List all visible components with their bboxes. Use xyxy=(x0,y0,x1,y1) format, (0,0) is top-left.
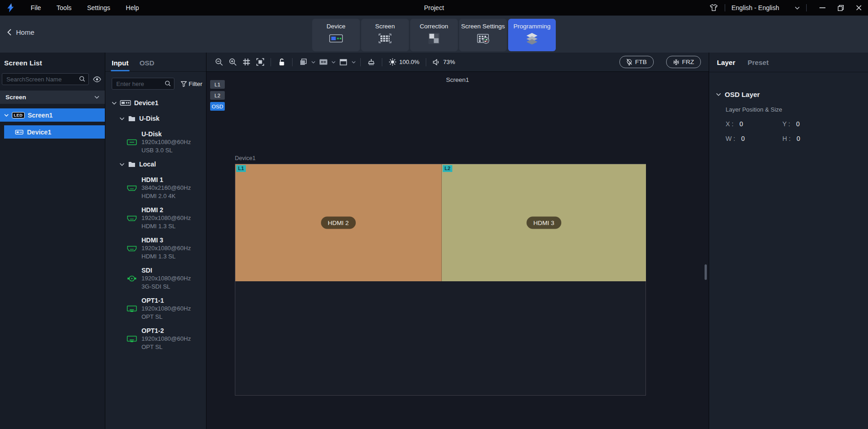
search-icon xyxy=(165,80,171,86)
stretch-mode-button[interactable] xyxy=(317,56,329,68)
layer-order-dropdown[interactable] xyxy=(310,56,316,68)
tree-group-local[interactable]: Local xyxy=(105,158,206,170)
application-window: File Tools Settings Help Project English… xyxy=(0,0,868,429)
minimize-button[interactable] xyxy=(813,0,831,16)
tab-correction[interactable]: Correction xyxy=(410,19,458,51)
canvas-column: 100.0% 73% FTB xyxy=(206,53,709,429)
canvas-vertical-scrollbar[interactable] xyxy=(705,264,707,280)
field-y: Y : 0 xyxy=(782,120,868,128)
zoom-in-button[interactable] xyxy=(227,56,239,68)
fit-view-button[interactable] xyxy=(254,56,266,68)
nav-bar: Home Device Screen xyxy=(0,16,868,53)
clear-layers-button[interactable] xyxy=(365,56,377,68)
layer-hdmi2[interactable]: L1 HDMI 2 xyxy=(235,164,442,281)
chevron-down-icon xyxy=(119,163,125,166)
field-h: H : 0 xyxy=(782,135,868,142)
field-y-value: 0 xyxy=(796,120,800,128)
frz-button[interactable]: FRZ xyxy=(666,56,701,68)
programming-canvas: Screen1 L1 L2 OSD Device1 L1 HDMI 2 L2 H… xyxy=(206,72,709,429)
title-bar: File Tools Settings Help Project English… xyxy=(0,0,868,16)
osd-layer-section-header[interactable]: OSD Layer xyxy=(716,91,868,98)
back-home-button[interactable]: Home xyxy=(7,28,34,36)
tab-screen-settings[interactable]: Screen Settings xyxy=(459,19,507,51)
led-badge: LED xyxy=(12,112,25,118)
source-item-sdi[interactable]: SDI 1920x1080@60Hz 3G-SDI SL xyxy=(105,266,206,291)
tab-screen[interactable]: Screen xyxy=(361,19,409,51)
layer-source-label: HDMI 3 xyxy=(526,217,561,229)
layer-hdmi3[interactable]: L2 HDMI 3 xyxy=(442,164,646,281)
field-h-value: 0 xyxy=(797,135,800,142)
tab-osd[interactable]: OSD xyxy=(140,59,155,71)
source-item-hdmi1[interactable]: HDMI 1 3840x2160@60Hz HDMI 2.0 4K xyxy=(105,176,206,200)
tab-programming[interactable]: Programming xyxy=(508,19,556,51)
brightness-control[interactable]: 100.0% xyxy=(389,58,419,66)
titlebar-separator xyxy=(806,4,807,11)
frz-snowflake-icon xyxy=(673,59,679,65)
menu-file[interactable]: File xyxy=(23,0,49,16)
layer-quick-buttons: L1 L2 OSD xyxy=(210,80,225,111)
layer-order-button[interactable] xyxy=(297,56,309,68)
screen-group-dropdown[interactable]: Screen xyxy=(0,91,105,104)
opt-icon xyxy=(127,306,137,312)
window-mode-dropdown[interactable] xyxy=(350,56,357,68)
close-button[interactable] xyxy=(850,0,868,16)
filter-button[interactable]: Filter xyxy=(181,80,202,87)
language-label: English - English xyxy=(732,4,779,11)
source-item-hdmi2[interactable]: HDMI 2 1920x1080@60Hz HDMI 1.3 SL xyxy=(105,206,206,231)
layer-button-osd[interactable]: OSD xyxy=(210,102,225,111)
brightness-sun-icon xyxy=(389,58,396,66)
restore-button[interactable] xyxy=(831,0,850,16)
layer-geometry-fields: X : 0 Y : 0 W : 0 H : 0 xyxy=(726,120,868,142)
tree-root-device1[interactable]: Device1 xyxy=(105,97,206,109)
chevron-down-icon xyxy=(112,102,117,105)
screen-list-item-screen1[interactable]: LED Screen1 xyxy=(0,108,105,122)
visibility-eye-icon[interactable] xyxy=(93,76,101,82)
tab-layer[interactable]: Layer xyxy=(717,59,735,66)
chevron-down-icon xyxy=(795,6,800,10)
tab-device[interactable]: Device xyxy=(312,19,360,51)
layer-button-l1[interactable]: L1 xyxy=(210,80,225,89)
chevron-down-icon xyxy=(94,96,99,99)
canvas-toolbar: 100.0% 73% FTB xyxy=(206,53,709,72)
field-w-value: 0 xyxy=(741,135,745,142)
menu-tools[interactable]: Tools xyxy=(49,0,80,16)
tab-input[interactable]: Input xyxy=(112,59,129,71)
theme-skin-icon[interactable] xyxy=(709,4,718,12)
window-mode-button[interactable] xyxy=(337,56,349,68)
canvas-screen-label: Screen1 xyxy=(206,76,709,83)
sdi-icon xyxy=(127,275,137,282)
usb-icon xyxy=(127,139,137,145)
menu-settings[interactable]: Settings xyxy=(79,0,118,16)
screen-name: Screen1 xyxy=(28,112,53,119)
source-item-opt1-2[interactable]: OPT1-2 1920x1080@60Hz OPT SL xyxy=(105,327,206,351)
toolbar-divider xyxy=(426,58,426,66)
grid-snap-button[interactable] xyxy=(240,56,252,68)
tree-group-udisk[interactable]: U-Disk xyxy=(105,113,206,124)
toolbar-divider xyxy=(292,58,293,66)
tab-preset[interactable]: Preset xyxy=(748,59,769,66)
folder-icon xyxy=(128,116,136,122)
field-x: X : 0 xyxy=(726,120,782,128)
volume-control[interactable]: 73% xyxy=(433,59,455,65)
correction-icon xyxy=(428,32,440,44)
source-item-opt1-1[interactable]: OPT1-1 1920x1080@60Hz OPT SL xyxy=(105,296,206,321)
titlebar-separator xyxy=(725,4,725,11)
menu-help[interactable]: Help xyxy=(118,0,147,16)
source-item-hdmi3[interactable]: HDMI 3 1920x1080@60Hz HDMI 1.3 SL xyxy=(105,236,206,261)
stretch-mode-dropdown[interactable] xyxy=(330,56,336,68)
screen-list-item-device1[interactable]: Device1 xyxy=(4,125,105,139)
zoom-out-button[interactable] xyxy=(213,56,225,68)
volume-value: 73% xyxy=(443,59,455,65)
field-x-value: 0 xyxy=(739,120,743,128)
window-title: Project xyxy=(424,4,444,11)
device-small-icon xyxy=(120,100,131,106)
language-selector[interactable]: English - English xyxy=(732,4,800,11)
layer-button-l2[interactable]: L2 xyxy=(210,91,225,100)
screen-search-input[interactable] xyxy=(2,73,89,85)
home-label: Home xyxy=(16,28,34,36)
ftb-button[interactable]: FTB xyxy=(619,56,654,68)
chevron-down-icon xyxy=(716,93,721,96)
lock-button[interactable] xyxy=(276,56,288,68)
source-item-udisk[interactable]: U-Disk 1920x1080@60Hz USB 3.0 SL xyxy=(105,130,206,155)
chevron-down-icon xyxy=(119,117,125,120)
